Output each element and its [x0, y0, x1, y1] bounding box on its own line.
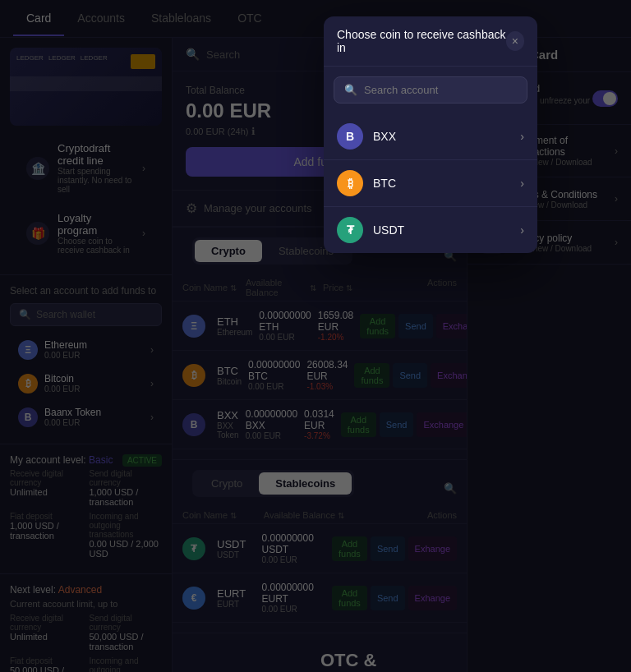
- kyc-title-label: My account level:: [10, 454, 86, 466]
- modal-coin-bxx[interactable]: B BXX ›: [324, 113, 537, 160]
- sort-balance-icon[interactable]: ⇅: [310, 283, 316, 292]
- eurt-add-btn[interactable]: Add funds: [332, 586, 367, 610]
- search-icon: 🔍: [186, 48, 200, 61]
- bxx-add-btn[interactable]: Add funds: [341, 412, 376, 437]
- modal-usdt-icon: ₮: [337, 217, 363, 243]
- toggle-knob: [603, 92, 616, 105]
- cryptodraft-arrow: ›: [142, 163, 145, 174]
- bxx-fullname: BXX Token: [217, 421, 239, 440]
- eurt-coin-icon: €: [182, 587, 205, 610]
- tab-stablecoins-2[interactable]: Stablecoins: [259, 472, 352, 495]
- coin-row-eth: Ξ ETH Ethereum 0.00000000 ETH 0.00 EUR 1…: [173, 301, 467, 351]
- kyc-level-value: Basic: [89, 454, 113, 466]
- modal-bxx-name: BXX: [373, 130, 520, 143]
- usdt-send-btn[interactable]: Send: [371, 536, 405, 561]
- otc-title: OTC & Corporate solutions: [320, 650, 450, 672]
- crypto-section: Crypto Stablecoins 🔍 Coin Name ⇅ Availab…: [173, 227, 467, 459]
- freeze-toggle[interactable]: [592, 90, 618, 107]
- modal-search-icon: 🔍: [344, 84, 357, 96]
- kyc-limit-txn: Incoming and outgoing transactions 0.00 …: [90, 512, 163, 559]
- account-eth-arrow: ›: [150, 344, 154, 356]
- search-wallet-input[interactable]: [36, 309, 153, 320]
- account-btc-name: Bitcoin: [44, 373, 144, 384]
- bxx-eur: 0.00 EUR: [246, 431, 297, 440]
- modal-bxx-icon: B: [337, 123, 363, 150]
- otc-content: OTC & Corporate solutions We provide saf…: [320, 650, 450, 672]
- tab-card[interactable]: Card: [13, 2, 64, 36]
- account-btc-val: 0.00 EUR: [44, 384, 144, 394]
- tab-crypto-2[interactable]: Crypto: [195, 472, 259, 495]
- stablecoins-search-icon[interactable]: 🔍: [444, 482, 457, 495]
- usdt-add-btn[interactable]: Add funds: [332, 536, 367, 561]
- header-coin-name: Coin Name: [182, 283, 228, 292]
- btc-add-btn[interactable]: Add funds: [354, 363, 389, 388]
- modal-bxx-arrow: ›: [520, 130, 524, 143]
- eth-fullname: Ethereum: [217, 328, 252, 337]
- header-price: Price: [323, 283, 343, 292]
- modal-coin-usdt[interactable]: ₮ USDT ›: [324, 207, 537, 253]
- next-limit-deposit: Fiat deposit 50,000 USD / transaction: [10, 656, 83, 672]
- usdt-balance: 0.00000000 USDT: [261, 532, 325, 555]
- modal-close-button[interactable]: ×: [506, 31, 524, 51]
- next-limit-receive: Receive digital currency Unlimited: [10, 614, 83, 651]
- tab-crypto-1[interactable]: Crypto: [195, 240, 262, 262]
- eth-add-btn[interactable]: Add funds: [360, 314, 395, 338]
- eurt-balance: 0.00000000 EURT: [261, 582, 325, 605]
- modal-title: Choose coin to receive cashback in: [337, 28, 506, 54]
- bxx-icon: B: [18, 407, 38, 427]
- next-level-section: Next level: Advanced Current account lim…: [0, 573, 172, 672]
- sidebar-item-loyalty[interactable]: 🎁 Loyalty program Choose coin to receive…: [16, 204, 155, 263]
- cryptodraft-title: Cryptodraft credit line: [58, 142, 134, 167]
- bxx-exchange-btn[interactable]: Exchange: [417, 412, 470, 437]
- eurt-send-btn[interactable]: Send: [371, 586, 405, 610]
- btc-price: 26008.34 EUR: [306, 359, 348, 382]
- tab-accounts[interactable]: Accounts: [64, 2, 138, 36]
- balance-label: Total Balance: [186, 85, 245, 96]
- search-wallet-icon: 🔍: [19, 309, 31, 320]
- info-icon[interactable]: ℹ: [251, 126, 256, 137]
- sidebar-item-cryptodraft[interactable]: 🏦 Cryptodraft credit line Start spending…: [16, 134, 155, 202]
- eth-send-btn[interactable]: Send: [398, 314, 433, 338]
- eth-symbol: ETH: [217, 315, 252, 328]
- eth-balance: 0.00000000 ETH: [259, 310, 311, 333]
- account-item-ethereum[interactable]: Ξ Ethereum 0.00 EUR ›: [10, 333, 162, 366]
- bxx-symbol: BXX: [217, 409, 239, 421]
- header-available-balance: Available Balance: [246, 278, 307, 297]
- kyc-limit-receive: Receive digital currency Unlimited: [10, 469, 83, 507]
- eurt-exchange-btn[interactable]: Exhange: [408, 586, 457, 610]
- kyc-limit-deposit: Fiat deposit 1,000 USD / transaction: [10, 512, 83, 559]
- usdt-exchange-btn[interactable]: Exhange: [408, 536, 457, 561]
- eth-price: 1659.08 EUR: [318, 310, 353, 333]
- cashback-modal: Choose coin to receive cashback in × 🔍 B…: [324, 16, 537, 253]
- kyc-limit-send: Send digital currency 1,000 USD / transa…: [90, 469, 163, 507]
- modal-coin-btc[interactable]: ₿ BTC ›: [324, 160, 537, 207]
- loyalty-icon: 🎁: [26, 222, 49, 245]
- account-bxx-name: Baanx Token: [44, 407, 144, 418]
- sort-coin-icon[interactable]: ⇅: [230, 283, 237, 292]
- sort-price-icon[interactable]: ⇅: [346, 283, 352, 292]
- next-level-title-label: Next level:: [10, 584, 56, 596]
- stable-header-actions: Actions: [427, 510, 457, 520]
- btc-send-btn[interactable]: Send: [393, 363, 427, 388]
- eurt-fullname: EURT: [217, 600, 255, 609]
- next-limit-send: Send digital currency 50,000 USD / trans…: [90, 614, 163, 651]
- bxx-send-btn[interactable]: Send: [380, 412, 414, 437]
- search-wallet-box: 🔍: [10, 303, 162, 326]
- account-eth-name: Ethereum: [44, 339, 144, 351]
- btc-coin-icon: ₿: [182, 364, 205, 387]
- account-item-bxx[interactable]: B Baanx Token 0.00 EUR ›: [10, 400, 162, 434]
- bxx-change: -3.72%: [304, 431, 334, 440]
- statement-arrow: ›: [615, 145, 618, 157]
- coin-row-bxx: B BXX BXX Token 0.00000000 BXX 0.00 EUR …: [173, 400, 467, 449]
- btc-change: -1.03%: [306, 382, 348, 391]
- otc-visual: $ ₿ ⬡ VS: [189, 650, 304, 672]
- modal-search-input[interactable]: [364, 84, 517, 96]
- modal-btc-name: BTC: [373, 177, 520, 190]
- modal-usdt-arrow: ›: [520, 223, 524, 237]
- tab-stableloans[interactable]: Stableloans: [138, 2, 224, 36]
- stablecoins-tab-group: Crypto Stablecoins: [192, 470, 354, 497]
- account-item-bitcoin[interactable]: ₿ Bitcoin 0.00 EUR ›: [10, 366, 162, 400]
- tab-otc[interactable]: OTC: [224, 2, 275, 36]
- btc-balance: 0.00000000 BTC: [248, 359, 300, 382]
- terms-arrow: ›: [615, 193, 618, 205]
